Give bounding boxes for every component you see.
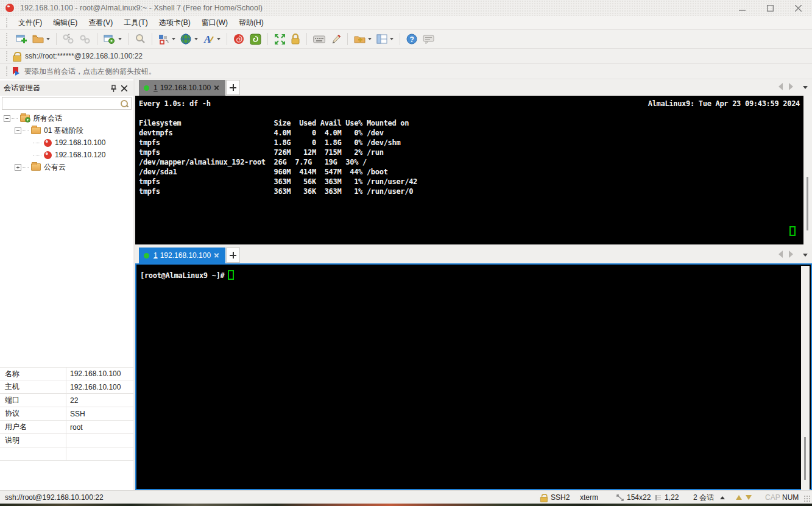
menu-view[interactable]: 查看(V)	[83, 16, 118, 30]
tab-scroll-left-icon[interactable]	[778, 83, 783, 90]
watch-host-time: AlmaLinux9: Tue Apr 23 09:43:59 2024	[648, 99, 812, 109]
tab-scroll-left-icon[interactable]	[778, 251, 783, 258]
scrollbar-thumb[interactable]	[804, 437, 806, 480]
help-icon[interactable]: ?	[404, 31, 420, 47]
status-session-count[interactable]: 2 会话	[693, 491, 725, 504]
session-search-input[interactable]	[2, 98, 120, 109]
address-bar[interactable]: ssh://root:******@192.168.10.100:22	[0, 49, 812, 64]
pin-icon[interactable]	[108, 83, 119, 94]
menu-tabs[interactable]: 选项卡(B)	[154, 16, 196, 30]
collapse-icon[interactable]	[15, 127, 21, 134]
new-folder-icon[interactable]	[352, 31, 373, 47]
session-icon	[44, 151, 52, 159]
new-tab-button[interactable]	[226, 248, 240, 263]
bottom-terminal-scrollbar[interactable]	[801, 266, 810, 490]
highlight-pen-icon[interactable]	[328, 31, 343, 47]
font-appearance-icon[interactable]: A	[201, 31, 222, 47]
status-terminal-type[interactable]: xterm	[580, 491, 598, 504]
status-protocol: SSH2	[540, 491, 570, 504]
df-row: /dev/mapper/almalinux_192-root 26G 7.7G …	[139, 157, 812, 167]
session-properties-table: 名称 192.168.10.100 主机 192.168.10.100 端口 2…	[0, 367, 133, 461]
toolbar-drag-handle[interactable]	[6, 33, 8, 46]
prev-session-icon[interactable]	[736, 495, 742, 500]
session-nav-arrows[interactable]	[736, 491, 752, 504]
xshell-launch-icon[interactable]	[231, 31, 247, 47]
new-session-icon[interactable]	[14, 31, 29, 47]
top-terminal[interactable]: Every 1.0s: df -h AlmaLinux9: Tue Apr 23…	[135, 96, 812, 244]
terminal-cursor	[789, 226, 796, 236]
property-row-username: 用户名 root	[0, 421, 133, 434]
tree-item-session-100[interactable]: 192.168.10.100	[0, 137, 133, 149]
session-list-caret-icon[interactable]	[720, 496, 725, 499]
close-button[interactable]	[784, 0, 812, 16]
session-icon	[44, 139, 52, 147]
tree-item-all-sessions[interactable]: 所有会话	[0, 112, 133, 124]
terminal-area: 1 192.168.10.100 Every 1.0s: df -h AlmaL…	[135, 79, 812, 490]
status-grid-size: 154x22	[616, 491, 651, 504]
open-session-folder-icon[interactable]	[30, 31, 52, 47]
expand-icon[interactable]	[15, 164, 21, 171]
menu-bar: 文件(F) 编辑(E) 查看(V) 工具(T) 选项卡(B) 窗口(W) 帮助(…	[0, 16, 812, 30]
tab-close-icon[interactable]	[213, 84, 221, 91]
menu-help[interactable]: 帮助(H)	[233, 16, 269, 30]
tile-layout-icon[interactable]	[375, 31, 395, 47]
session-manager-title: 会话管理器	[4, 83, 108, 93]
feedback-icon[interactable]	[421, 31, 436, 47]
next-session-icon[interactable]	[746, 495, 752, 500]
connected-dot-icon	[144, 85, 149, 91]
encoding-globe-icon[interactable]	[178, 31, 200, 47]
window-title: 192.168.10.100 - root@AlmaLinux9:~ - Xsh…	[20, 4, 263, 12]
search-icon[interactable]	[120, 99, 129, 108]
resize-grip[interactable]	[803, 495, 811, 502]
compose-layout-icon[interactable]	[157, 31, 177, 47]
property-row-empty	[0, 447, 133, 461]
new-tab-button[interactable]	[226, 80, 240, 95]
tree-item-session-120[interactable]: 192.168.10.120	[0, 149, 133, 161]
disconnect-icon[interactable]	[61, 31, 76, 47]
menu-tools[interactable]: 工具(T)	[118, 16, 153, 30]
bottom-terminal[interactable]: [root@AlmaLinux9 ~]#	[135, 263, 812, 490]
df-row: /dev/sda1 960M 414M 547M 44% /boot	[139, 167, 812, 177]
df-row: tmpfs 363M 56K 363M 1% /run/user/42	[139, 177, 812, 187]
scrollbar-thumb[interactable]	[807, 177, 808, 230]
find-icon[interactable]	[133, 31, 147, 47]
df-header-row: Filesystem Size Used Avail Use% Mounted …	[139, 118, 812, 128]
tab-list-dropdown-icon[interactable]	[803, 86, 808, 89]
terminal-cursor	[228, 270, 234, 280]
tab-scroll-right-icon[interactable]	[789, 251, 793, 258]
tree-item-folder-01[interactable]: 01 基础阶段	[0, 124, 133, 137]
lock-icon	[540, 494, 546, 501]
tab-list-dropdown-icon[interactable]	[803, 254, 808, 257]
tab-close-icon[interactable]	[213, 252, 221, 259]
resize-icon	[616, 494, 624, 501]
xshell-logo-icon	[5, 4, 14, 12]
xshell-window: 192.168.10.100 - root@AlmaLinux9:~ - Xsh…	[0, 0, 812, 506]
tab-scroll-right-icon[interactable]	[789, 83, 793, 90]
top-terminal-tab[interactable]: 1 192.168.10.100	[139, 80, 225, 96]
session-properties-icon[interactable]	[102, 31, 124, 47]
close-panel-icon[interactable]	[119, 83, 130, 94]
address-drag-handle[interactable]	[6, 51, 8, 62]
virtual-keyboard-icon[interactable]	[311, 31, 327, 47]
notice-drag-handle[interactable]	[6, 66, 8, 77]
caret-position-icon	[655, 494, 662, 501]
menu-window[interactable]: 窗口(W)	[196, 16, 233, 30]
session-url[interactable]: ssh://root:******@192.168.10.100:22	[25, 52, 143, 60]
menu-file[interactable]: 文件(F)	[13, 16, 48, 30]
collapse-icon[interactable]	[4, 115, 10, 122]
df-row: tmpfs 726M 12M 715M 2% /run	[139, 148, 812, 157]
property-row-host: 主机 192.168.10.100	[0, 380, 133, 394]
reconnect-icon[interactable]	[77, 31, 93, 47]
menu-drag-handle[interactable]	[6, 18, 8, 27]
tree-item-folder-cloud[interactable]: 公有云	[0, 161, 133, 173]
minimize-button[interactable]	[728, 0, 756, 16]
top-terminal-scrollbar[interactable]	[803, 96, 812, 244]
num-lock-indicator: NUM	[782, 491, 799, 504]
fullscreen-icon[interactable]	[272, 31, 288, 47]
maximize-button[interactable]	[756, 0, 784, 16]
status-bar: ssh://root@192.168.10.100:22 SSH2 xterm …	[0, 490, 812, 504]
menu-edit[interactable]: 编辑(E)	[48, 16, 83, 30]
lock-security-icon[interactable]	[289, 31, 302, 47]
xftp-launch-icon[interactable]	[248, 31, 263, 47]
bottom-terminal-tab[interactable]: 1 192.168.10.100	[139, 248, 225, 263]
